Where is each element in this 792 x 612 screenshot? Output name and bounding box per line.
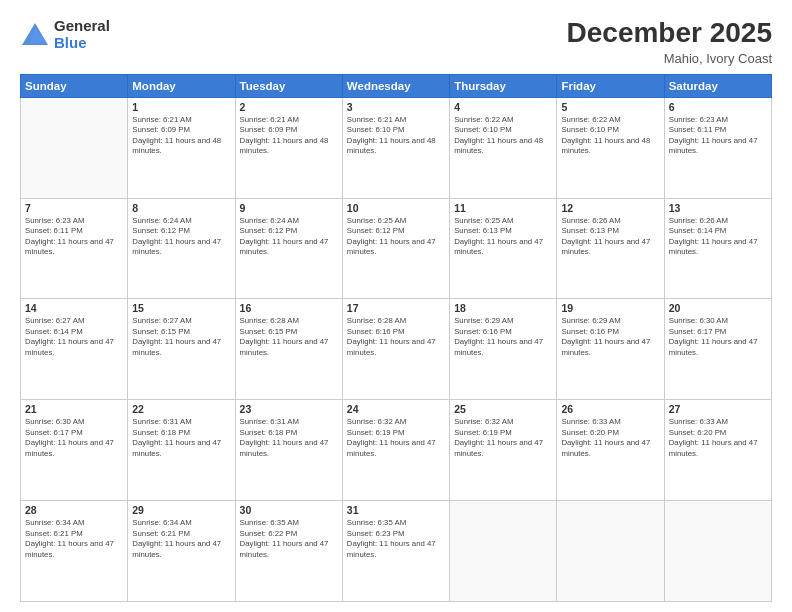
day-number: 28 (25, 504, 123, 516)
day-info: Sunrise: 6:22 AMSunset: 6:10 PMDaylight:… (561, 115, 659, 157)
day-number: 12 (561, 202, 659, 214)
day-number: 27 (669, 403, 767, 415)
calendar-week-row: 7Sunrise: 6:23 AMSunset: 6:11 PMDaylight… (21, 198, 772, 299)
day-number: 3 (347, 101, 445, 113)
day-info: Sunrise: 6:35 AMSunset: 6:22 PMDaylight:… (240, 518, 338, 560)
day-info: Sunrise: 6:31 AMSunset: 6:18 PMDaylight:… (240, 417, 338, 459)
day-info: Sunrise: 6:24 AMSunset: 6:12 PMDaylight:… (132, 216, 230, 258)
calendar-cell: 1Sunrise: 6:21 AMSunset: 6:09 PMDaylight… (128, 97, 235, 198)
calendar-week-row: 28Sunrise: 6:34 AMSunset: 6:21 PMDayligh… (21, 501, 772, 602)
col-wednesday: Wednesday (342, 74, 449, 97)
day-number: 31 (347, 504, 445, 516)
day-info: Sunrise: 6:30 AMSunset: 6:17 PMDaylight:… (25, 417, 123, 459)
col-thursday: Thursday (450, 74, 557, 97)
calendar-cell: 26Sunrise: 6:33 AMSunset: 6:20 PMDayligh… (557, 400, 664, 501)
day-number: 10 (347, 202, 445, 214)
calendar-cell: 30Sunrise: 6:35 AMSunset: 6:22 PMDayligh… (235, 501, 342, 602)
calendar-cell: 21Sunrise: 6:30 AMSunset: 6:17 PMDayligh… (21, 400, 128, 501)
day-info: Sunrise: 6:31 AMSunset: 6:18 PMDaylight:… (132, 417, 230, 459)
col-sunday: Sunday (21, 74, 128, 97)
calendar-cell (450, 501, 557, 602)
day-info: Sunrise: 6:29 AMSunset: 6:16 PMDaylight:… (454, 316, 552, 358)
calendar-cell: 10Sunrise: 6:25 AMSunset: 6:12 PMDayligh… (342, 198, 449, 299)
calendar-header-row: Sunday Monday Tuesday Wednesday Thursday… (21, 74, 772, 97)
calendar-cell: 31Sunrise: 6:35 AMSunset: 6:23 PMDayligh… (342, 501, 449, 602)
day-info: Sunrise: 6:33 AMSunset: 6:20 PMDaylight:… (669, 417, 767, 459)
day-info: Sunrise: 6:30 AMSunset: 6:17 PMDaylight:… (669, 316, 767, 358)
day-number: 17 (347, 302, 445, 314)
calendar-cell: 2Sunrise: 6:21 AMSunset: 6:09 PMDaylight… (235, 97, 342, 198)
day-info: Sunrise: 6:23 AMSunset: 6:11 PMDaylight:… (25, 216, 123, 258)
day-number: 13 (669, 202, 767, 214)
day-number: 14 (25, 302, 123, 314)
day-info: Sunrise: 6:26 AMSunset: 6:14 PMDaylight:… (669, 216, 767, 258)
calendar-week-row: 1Sunrise: 6:21 AMSunset: 6:09 PMDaylight… (21, 97, 772, 198)
day-info: Sunrise: 6:24 AMSunset: 6:12 PMDaylight:… (240, 216, 338, 258)
calendar-cell: 13Sunrise: 6:26 AMSunset: 6:14 PMDayligh… (664, 198, 771, 299)
calendar-cell: 12Sunrise: 6:26 AMSunset: 6:13 PMDayligh… (557, 198, 664, 299)
day-number: 15 (132, 302, 230, 314)
day-number: 4 (454, 101, 552, 113)
day-info: Sunrise: 6:21 AMSunset: 6:10 PMDaylight:… (347, 115, 445, 157)
logo-icon (20, 21, 50, 49)
day-info: Sunrise: 6:28 AMSunset: 6:15 PMDaylight:… (240, 316, 338, 358)
logo: General Blue (20, 18, 110, 51)
day-info: Sunrise: 6:22 AMSunset: 6:10 PMDaylight:… (454, 115, 552, 157)
day-number: 21 (25, 403, 123, 415)
day-number: 29 (132, 504, 230, 516)
day-number: 25 (454, 403, 552, 415)
header: General Blue December 2025 Mahio, Ivory … (20, 18, 772, 66)
logo-text: General Blue (54, 18, 110, 51)
calendar-cell: 7Sunrise: 6:23 AMSunset: 6:11 PMDaylight… (21, 198, 128, 299)
title-block: December 2025 Mahio, Ivory Coast (567, 18, 772, 66)
calendar-cell: 4Sunrise: 6:22 AMSunset: 6:10 PMDaylight… (450, 97, 557, 198)
calendar-cell: 5Sunrise: 6:22 AMSunset: 6:10 PMDaylight… (557, 97, 664, 198)
logo-blue: Blue (54, 35, 110, 52)
day-info: Sunrise: 6:35 AMSunset: 6:23 PMDaylight:… (347, 518, 445, 560)
day-number: 23 (240, 403, 338, 415)
page: General Blue December 2025 Mahio, Ivory … (0, 0, 792, 612)
day-info: Sunrise: 6:34 AMSunset: 6:21 PMDaylight:… (132, 518, 230, 560)
day-number: 22 (132, 403, 230, 415)
calendar-cell: 28Sunrise: 6:34 AMSunset: 6:21 PMDayligh… (21, 501, 128, 602)
calendar-cell: 6Sunrise: 6:23 AMSunset: 6:11 PMDaylight… (664, 97, 771, 198)
calendar-cell: 9Sunrise: 6:24 AMSunset: 6:12 PMDaylight… (235, 198, 342, 299)
calendar-cell: 25Sunrise: 6:32 AMSunset: 6:19 PMDayligh… (450, 400, 557, 501)
col-tuesday: Tuesday (235, 74, 342, 97)
calendar-cell: 3Sunrise: 6:21 AMSunset: 6:10 PMDaylight… (342, 97, 449, 198)
day-number: 9 (240, 202, 338, 214)
day-number: 1 (132, 101, 230, 113)
col-friday: Friday (557, 74, 664, 97)
day-number: 7 (25, 202, 123, 214)
calendar-cell: 24Sunrise: 6:32 AMSunset: 6:19 PMDayligh… (342, 400, 449, 501)
calendar-cell: 18Sunrise: 6:29 AMSunset: 6:16 PMDayligh… (450, 299, 557, 400)
day-info: Sunrise: 6:25 AMSunset: 6:13 PMDaylight:… (454, 216, 552, 258)
day-number: 30 (240, 504, 338, 516)
day-info: Sunrise: 6:26 AMSunset: 6:13 PMDaylight:… (561, 216, 659, 258)
calendar-cell (557, 501, 664, 602)
day-number: 8 (132, 202, 230, 214)
day-number: 26 (561, 403, 659, 415)
day-number: 11 (454, 202, 552, 214)
calendar-cell: 23Sunrise: 6:31 AMSunset: 6:18 PMDayligh… (235, 400, 342, 501)
day-info: Sunrise: 6:21 AMSunset: 6:09 PMDaylight:… (240, 115, 338, 157)
calendar-cell: 16Sunrise: 6:28 AMSunset: 6:15 PMDayligh… (235, 299, 342, 400)
day-info: Sunrise: 6:29 AMSunset: 6:16 PMDaylight:… (561, 316, 659, 358)
calendar-week-row: 14Sunrise: 6:27 AMSunset: 6:14 PMDayligh… (21, 299, 772, 400)
day-number: 20 (669, 302, 767, 314)
day-number: 6 (669, 101, 767, 113)
day-info: Sunrise: 6:27 AMSunset: 6:15 PMDaylight:… (132, 316, 230, 358)
calendar-table: Sunday Monday Tuesday Wednesday Thursday… (20, 74, 772, 602)
subtitle: Mahio, Ivory Coast (567, 51, 772, 66)
calendar-cell: 11Sunrise: 6:25 AMSunset: 6:13 PMDayligh… (450, 198, 557, 299)
calendar-cell (21, 97, 128, 198)
day-info: Sunrise: 6:32 AMSunset: 6:19 PMDaylight:… (454, 417, 552, 459)
calendar-cell: 14Sunrise: 6:27 AMSunset: 6:14 PMDayligh… (21, 299, 128, 400)
day-number: 18 (454, 302, 552, 314)
col-monday: Monday (128, 74, 235, 97)
calendar-week-row: 21Sunrise: 6:30 AMSunset: 6:17 PMDayligh… (21, 400, 772, 501)
calendar-cell: 22Sunrise: 6:31 AMSunset: 6:18 PMDayligh… (128, 400, 235, 501)
day-info: Sunrise: 6:32 AMSunset: 6:19 PMDaylight:… (347, 417, 445, 459)
calendar-cell: 19Sunrise: 6:29 AMSunset: 6:16 PMDayligh… (557, 299, 664, 400)
calendar-cell (664, 501, 771, 602)
